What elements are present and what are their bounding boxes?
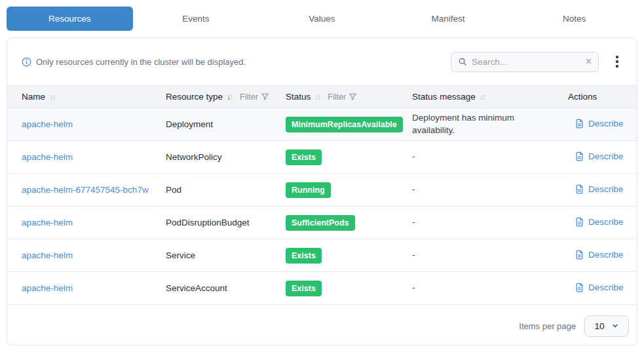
resource-name-link[interactable]: apache-helm xyxy=(22,218,73,227)
status-message-cell: - xyxy=(398,184,554,195)
describe-label: Describe xyxy=(588,217,623,227)
table-row: apache-helm ServiceAccount Exists - Desc… xyxy=(7,272,637,305)
status-badge: SufficientPods xyxy=(286,215,355,231)
actions-cell: Describe xyxy=(554,119,637,130)
resource-type-cell: ServiceAccount xyxy=(151,283,271,293)
describe-button[interactable]: Describe xyxy=(575,184,623,194)
column-label: Status message xyxy=(412,92,476,102)
sort-icon[interactable]: ↓↑ xyxy=(49,92,56,102)
column-header-actions: Actions xyxy=(554,92,637,102)
status-message-cell: - xyxy=(398,282,554,294)
resource-type-cell: Pod xyxy=(151,185,271,195)
status-badge: Exists xyxy=(286,281,322,296)
filter-button[interactable]: Filter xyxy=(328,92,357,102)
describe-button[interactable]: Describe xyxy=(575,151,623,161)
actions-cell: Describe xyxy=(554,283,637,294)
table-row: apache-helm Deployment MinimumReplicasAv… xyxy=(7,108,637,141)
status-message-cell: - xyxy=(398,151,554,163)
name-cell: apache-helm xyxy=(7,152,151,162)
status-cell: Exists xyxy=(271,149,398,165)
column-label: Name xyxy=(22,92,45,102)
search-input[interactable] xyxy=(472,57,581,67)
status-message-cell: - xyxy=(398,249,554,261)
table-row: apache-helm PodDisruptionBudget Sufficie… xyxy=(7,207,637,239)
status-message-cell: - xyxy=(398,216,554,228)
tab-bar: Resources Events Values Manifest Notes xyxy=(0,0,644,37)
sort-icon[interactable]: ↓↑ xyxy=(227,92,233,102)
status-badge: Running xyxy=(286,182,331,198)
resource-name-link[interactable]: apache-helm xyxy=(22,283,73,293)
close-icon[interactable]: × xyxy=(586,56,592,67)
tab-values[interactable]: Values xyxy=(259,7,385,30)
describe-label: Describe xyxy=(588,283,623,292)
table-header: Name ↓↑ Resource type ↓↑ Filter Status ↓… xyxy=(7,85,637,108)
funnel-icon xyxy=(349,92,357,101)
column-header-resource-type: Resource type ↓↑ Filter xyxy=(151,92,271,102)
chevron-down-icon xyxy=(611,322,619,330)
document-icon xyxy=(575,184,584,194)
resource-name-link[interactable]: apache-helm xyxy=(22,119,73,129)
describe-button[interactable]: Describe xyxy=(575,283,623,292)
tab-resources[interactable]: Resources xyxy=(7,7,133,31)
search-box[interactable]: × xyxy=(451,52,599,72)
describe-label: Describe xyxy=(588,151,623,161)
status-cell: MinimumReplicasAvailable xyxy=(271,117,398,132)
table-toolbar: Only resources currently in the cluster … xyxy=(7,38,637,85)
column-label: Resource type xyxy=(166,92,223,102)
tab-manifest[interactable]: Manifest xyxy=(385,7,512,30)
resource-name-link[interactable]: apache-helm xyxy=(22,250,73,260)
status-badge: Exists xyxy=(286,248,322,264)
info-icon xyxy=(22,57,31,67)
resource-name-link[interactable]: apache-helm-677457545-bch7w xyxy=(22,185,149,195)
status-cell: Running xyxy=(271,182,398,198)
search-icon xyxy=(458,57,467,66)
actions-cell: Describe xyxy=(554,184,637,196)
name-cell: apache-helm xyxy=(7,218,151,227)
resource-type-cell: Service xyxy=(151,250,271,260)
items-per-page-value: 10 xyxy=(594,321,604,331)
table-row: apache-helm NetworkPolicy Exists - Descr… xyxy=(7,141,637,174)
resource-type-cell: NetworkPolicy xyxy=(151,152,271,162)
describe-button[interactable]: Describe xyxy=(575,250,623,260)
table-row: apache-helm Service Exists - Describe xyxy=(7,239,637,272)
resources-panel: Only resources currently in the cluster … xyxy=(7,37,637,346)
describe-button[interactable]: Describe xyxy=(575,119,623,129)
items-per-page-select[interactable]: 10 xyxy=(584,315,629,337)
status-badge: Exists xyxy=(286,149,322,165)
sort-icon[interactable]: ↓↑ xyxy=(480,92,486,102)
name-cell: apache-helm xyxy=(7,283,151,293)
resource-type-cell: PodDisruptionBudget xyxy=(151,218,271,227)
sort-icon[interactable]: ↓↑ xyxy=(314,92,321,102)
tab-events[interactable]: Events xyxy=(133,7,259,30)
table-footer: Items per page 10 xyxy=(7,307,637,345)
document-icon xyxy=(575,250,584,260)
actions-cell: Describe xyxy=(554,217,637,229)
column-header-status-message: Status message ↓↑ xyxy=(398,92,554,102)
funnel-icon xyxy=(261,92,269,101)
status-cell: SufficientPods xyxy=(271,215,398,231)
name-cell: apache-helm xyxy=(7,119,151,129)
tab-notes[interactable]: Notes xyxy=(511,7,637,30)
info-message: Only resources currently in the cluster … xyxy=(36,57,246,67)
info-banner: Only resources currently in the cluster … xyxy=(22,57,246,67)
resource-type-cell: Deployment xyxy=(151,119,271,129)
status-badge: MinimumReplicasAvailable xyxy=(286,117,403,132)
actions-cell: Describe xyxy=(554,151,637,163)
describe-button[interactable]: Describe xyxy=(575,217,623,227)
column-header-name: Name ↓↑ xyxy=(7,92,151,102)
resource-name-link[interactable]: apache-helm xyxy=(22,152,73,162)
document-icon xyxy=(575,151,584,161)
document-icon xyxy=(575,283,584,292)
describe-label: Describe xyxy=(588,250,623,260)
describe-label: Describe xyxy=(588,119,623,129)
actions-cell: Describe xyxy=(554,250,637,262)
document-icon xyxy=(575,119,584,129)
items-per-page-label: Items per page xyxy=(519,321,576,331)
column-label: Actions xyxy=(568,92,597,102)
document-icon xyxy=(575,217,584,227)
status-cell: Exists xyxy=(271,248,398,264)
kebab-menu-icon[interactable] xyxy=(612,53,622,70)
column-label: Status xyxy=(286,92,311,102)
filter-button[interactable]: Filter xyxy=(240,92,269,102)
name-cell: apache-helm-677457545-bch7w xyxy=(7,185,151,195)
